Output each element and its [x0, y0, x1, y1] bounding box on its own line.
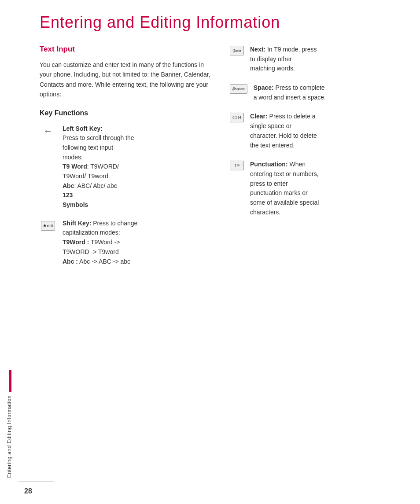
- page-title: Entering and Editing Information: [40, 13, 402, 32]
- page-number: 28: [24, 487, 32, 495]
- sidebar-accent-bar: [9, 370, 11, 392]
- punctuation-key-icon: 1✉: [230, 161, 244, 170]
- shift-key-text: Shift Key: Press to change capitalizatio…: [63, 219, 137, 266]
- left-soft-key-title: Left Soft Key:: [63, 125, 103, 132]
- next-key-icon: 0next: [230, 46, 244, 55]
- punctuation-label: Punctuation:: [250, 161, 288, 168]
- section-title: Text Input: [40, 45, 212, 54]
- t9word-shift-label: T9Word :: [63, 239, 89, 246]
- abc-label: Abc: [63, 182, 74, 189]
- left-column: Text Input You can customize and enter t…: [40, 45, 212, 275]
- right-column: 0next Next: In T9 mode, press to display…: [230, 45, 402, 275]
- left-soft-key-icon: ←: [40, 125, 56, 137]
- content-columns: Text Input You can customize and enter t…: [40, 45, 402, 275]
- next-text: Next: In T9 mode, press to display other…: [250, 45, 317, 74]
- space-key-icon: # space: [230, 84, 247, 94]
- right-item-punctuation: 1✉ Punctuation: When entering text or nu…: [230, 160, 402, 217]
- shift-key-title: Shift Key:: [63, 220, 91, 227]
- right-item-clear: CLR Clear: Press to delete a single spac…: [230, 112, 402, 150]
- abc-shift-label: Abc :: [63, 258, 78, 265]
- arrow-left-icon: ←: [43, 126, 53, 136]
- sidebar: Entering and Editing Information: [0, 0, 18, 504]
- punctuation-text: Punctuation: When entering text or numbe…: [250, 160, 319, 217]
- shift-key-icon: ✱ shift: [40, 220, 56, 232]
- clr-key-icon: CLR: [230, 113, 244, 122]
- right-item-next: 0next Next: In T9 mode, press to display…: [230, 45, 402, 74]
- clear-icon: CLR: [230, 113, 244, 122]
- next-icon: 0next: [230, 46, 244, 55]
- main-content: Entering and Editing Information Text In…: [22, 0, 420, 293]
- space-label: Space:: [254, 84, 274, 91]
- left-soft-key-text: Left Soft Key: Press to scroll through t…: [63, 124, 134, 210]
- key-item-left-soft-key: ← Left Soft Key: Press to scroll through…: [40, 124, 212, 210]
- intro-paragraph: You can customize and enter text in many…: [40, 60, 212, 99]
- key-functions-heading: Key Functions: [40, 109, 212, 117]
- symbols-label: Symbols: [63, 201, 88, 208]
- key-item-shift-key: ✱ shift Shift Key: Press to change capit…: [40, 219, 212, 266]
- star-shift-icon: ✱ shift: [41, 221, 55, 231]
- bottom-divider: [18, 482, 54, 482]
- sidebar-label: Entering and Editing Information: [7, 395, 12, 478]
- right-item-space: # space Space: Press to complete a word …: [230, 83, 402, 102]
- 123-label: 123: [63, 191, 73, 199]
- clear-label: Clear:: [250, 113, 268, 120]
- punctuation-icon: 1✉: [230, 161, 244, 170]
- t9word-label: T9 Word: [63, 163, 87, 170]
- next-label: Next:: [250, 46, 265, 53]
- clear-text: Clear: Press to delete a single space or…: [250, 112, 317, 150]
- space-icon: # space: [230, 84, 247, 94]
- space-text: Space: Press to complete a word and inse…: [254, 83, 326, 102]
